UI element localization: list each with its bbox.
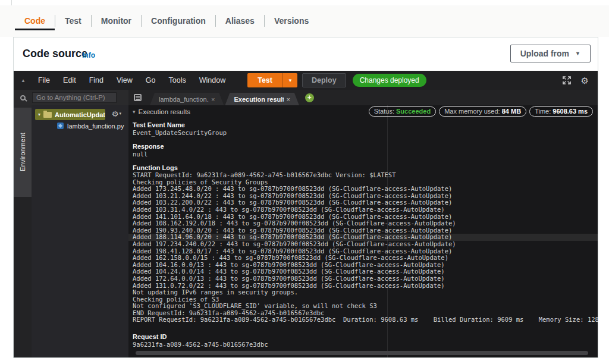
editor-tab-lambda-function[interactable]: lambda_function.py × [150,93,224,105]
upload-from-label: Upload from [520,49,569,58]
menu-go[interactable]: Go [139,76,162,84]
folder-name: AutomaticUpdateS [55,111,105,118]
execution-results-pane: ▾ Execution results Status: Succeeded Ma… [128,105,598,357]
ide-menubar: ▲ File Edit Find View Go Tools Window Te… [14,71,598,90]
environment-panel-tab[interactable]: Environment [14,108,32,197]
goto-anything-input[interactable] [32,92,117,103]
tree-row-folder: ▾ AutomaticUpdateS ⚙▾ [32,109,128,120]
request-id-section: Request ID 9a6231fa-a089-4562-a745-b0165… [133,333,598,348]
horizontal-scrollbar[interactable] [136,351,588,355]
menu-window[interactable]: Window [193,76,232,84]
tab-monitor[interactable]: Monitor [92,13,141,29]
log-line: Added 197.234.240.0/22 : 443 to sg-0787b… [133,241,598,248]
test-event-name-section: Test Event Name Event_UpdateSecurityGrou… [133,121,598,136]
changes-deployed-badge: Changes deployed [353,74,426,87]
code-source-title: Code source [23,48,87,60]
menu-edit[interactable]: Edit [56,76,83,84]
folder-icon [43,112,52,118]
left-rail-lower [14,197,32,357]
folder-expand-icon[interactable]: ▾ [38,112,40,117]
log-line: START RequestId: 9a6231fa-a089-4562-a745… [133,172,598,179]
ide-body: Environment ▾ AutomaticUpdateS ⚙▾ [14,105,598,357]
tab-configuration[interactable]: Configuration [142,13,215,29]
tab-code[interactable]: Code [15,13,55,29]
response-heading: Response [133,143,598,150]
test-event-name-heading: Test Event Name [133,121,598,129]
menu-find[interactable]: Find [83,76,110,84]
collapse-panel-icon[interactable]: ▲ [21,78,26,83]
settings-gear-icon[interactable]: ⚙ [581,76,589,85]
response-value: null [133,150,598,158]
chevron-down-icon: ▾ [119,111,121,115]
goto-anything-bar [14,90,128,105]
tree-row-lambda-function-py[interactable]: lambda_function.py [32,120,128,131]
test-dropdown-icon[interactable]: ▼ [283,78,297,83]
left-rail: Environment [14,105,32,357]
lambda-console-page: Code Test Monitor Configuration Aliases … [0,0,609,364]
log-line: Added 172.64.0.0/13 : 443 to sg-0787b970… [133,275,598,283]
tree-settings-gear-icon[interactable]: ⚙▾ [112,110,121,118]
chevron-down-icon: ▼ [575,51,580,57]
menubar-right: ⚙ [563,76,589,85]
response-section: Response null [133,143,598,158]
result-badges: Status: Succeeded Max memory used: 84 MB… [369,106,593,117]
log-line: Added 162.158.0.0/15 : 443 to sg-0787b97… [133,255,598,262]
fullscreen-icon[interactable] [563,76,571,84]
tab-aliases[interactable]: Aliases [216,13,264,29]
test-button-label: Test [247,76,282,84]
environment-label: Environment [19,133,26,171]
menu-view[interactable]: View [110,76,139,84]
function-tabs: Code Test Monitor Configuration Aliases … [15,13,318,29]
cloud9-ide: ▲ File Edit Find View Go Tools Window Te… [14,71,598,357]
menu-file[interactable]: File [32,76,56,84]
tab-test[interactable]: Test [55,13,91,29]
top-corner-divider-v [11,0,12,5]
close-icon[interactable]: × [211,96,215,103]
tab-versions[interactable]: Versions [265,13,318,29]
folder-automaticupdates[interactable]: ▾ AutomaticUpdateS [35,109,105,120]
section-collapse-icon[interactable]: ▾ [133,109,136,115]
code-source-panel: Code source Info Upload from ▼ ▲ File Ed… [13,37,598,358]
request-id-heading: Request ID [133,333,598,341]
deploy-button[interactable]: Deploy [302,73,346,87]
editor-tabbar: lambda_function.py × Execution results ×… [128,90,598,105]
close-icon[interactable]: × [286,96,290,103]
request-id-value: 9a6231fa-a089-4562-a745-b016567e3dbc [133,341,598,348]
log-line: Not updating IPv6 ranges in security gro… [133,289,598,296]
search-icon [20,95,26,101]
python-file-icon [57,123,64,129]
execution-results-content: Test Event Name Event_UpdateSecurityGrou… [128,117,598,348]
editor-tab-label: lambda_function.py [159,96,209,103]
tab-list-icon[interactable] [134,94,142,101]
upload-from-button[interactable]: Upload from ▼ [510,45,591,62]
log-line: Added 108.162.192.0/18 : 443 to sg-0787b… [133,220,598,227]
log-line: Added 103.31.4.0/22 : 443 to sg-0787b970… [133,206,598,214]
info-link[interactable]: Info [82,51,95,59]
execution-results-title[interactable]: Execution results [139,108,191,115]
file-name: lambda_function.py [67,123,124,130]
code-source-header: Code source Info Upload from ▼ [14,37,598,71]
menu-tools[interactable]: Tools [162,76,193,84]
function-logs-section: Function Logs START RequestId: 9a6231fa-… [133,164,598,324]
editor-tab-label: Execution results [234,96,284,103]
editor-tab-execution-results[interactable]: Execution results × [225,93,299,105]
test-button[interactable]: Test ▼ [247,73,297,87]
log-line: REPORT RequestId: 9a6231fa-a089-4562-a74… [133,316,598,324]
file-tree: ▾ AutomaticUpdateS ⚙▾ lambda_function.py [32,105,128,357]
time-badge: Time: 9608.63 ms [529,106,593,117]
new-tab-icon[interactable]: + [305,93,314,102]
status-badge: Status: Succeeded [369,106,436,117]
max-memory-badge: Max memory used: 84 MB [439,106,526,117]
test-event-name-value: Event_UpdateSecurityGroup [133,129,598,136]
execution-results-header: ▾ Execution results Status: Succeeded Ma… [128,105,598,117]
